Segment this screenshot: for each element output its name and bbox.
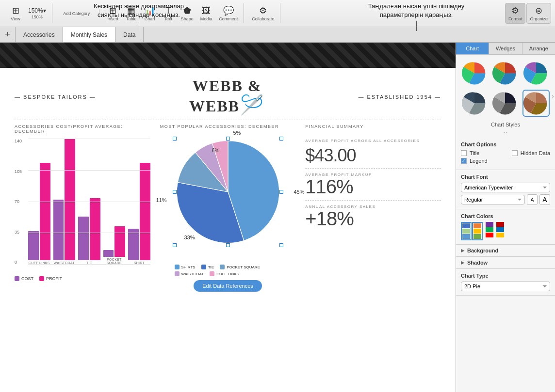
cost-bar [128, 229, 139, 260]
chart-options-section: Chart Options Title Hidden Data ✓ Legend [456, 138, 555, 170]
legend-tie-dot [201, 265, 206, 269]
panel-scroll-arrow[interactable]: › [552, 92, 554, 101]
pie-handle-bl[interactable] [173, 243, 177, 247]
legend-cost-dot [15, 276, 19, 281]
panel-tab-wedges[interactable]: Wedges [489, 43, 522, 54]
profit-bar [114, 226, 125, 257]
bar-group: SHIRT [128, 139, 150, 265]
section-header-3: FINANCIAL SUMMARY [305, 124, 441, 134]
font-family-select[interactable]: American Typewriter [461, 183, 550, 192]
toolbar-group-insert: ⊞ Insert ▦ Table 📊 Chart T Text ⬟ Shape … [101, 3, 245, 23]
legend-option-label: Legend [470, 158, 488, 164]
view-label: View [11, 16, 20, 21]
chart-legend: COST PROFIT [15, 276, 150, 281]
chart-font-section: Chart Font American Typewriter Regular A… [456, 170, 555, 209]
font-increase-button[interactable]: A [539, 194, 550, 205]
profit-bar [90, 198, 100, 260]
swatch-group[interactable] [496, 222, 504, 240]
fin-value-3: +18% [305, 209, 441, 228]
legend-cufflinks-dot [210, 271, 214, 276]
legend-cufflinks-label: CUFF LINKS [216, 272, 239, 276]
pie-wrapper: 45% 33% 11% 6% 5% [175, 139, 281, 245]
chart-label: Chart [145, 16, 155, 21]
tab-add-button[interactable]: + [0, 27, 16, 42]
pie-label-6: 6% [212, 147, 220, 153]
background-label: Background [467, 248, 498, 253]
chart-button[interactable]: 📊 Chart [141, 3, 159, 23]
pie-chart-container[interactable]: 45% 33% 11% 6% 5% SHIRTS [160, 139, 296, 294]
pie-handle-br[interactable] [279, 243, 283, 247]
pie-handle-mr[interactable] [279, 190, 283, 194]
insert-icon: ⊞ [109, 5, 116, 16]
color-swatch [462, 229, 470, 234]
comment-button[interactable]: 💬 Comment [216, 3, 241, 23]
fin-section-3: ANNUAL ACCESSORY SALES +18% [305, 200, 441, 228]
zoom-icon: 150%▾ [28, 7, 46, 14]
chart-style-thumb-5[interactable] [522, 90, 550, 117]
tab-data[interactable]: Data [115, 27, 144, 42]
insert-button[interactable]: ⊞ Insert [104, 3, 122, 23]
chart-type-select[interactable]: 2D Pie [461, 282, 550, 291]
swatch-group[interactable] [486, 222, 493, 240]
pie-handle-ml[interactable] [173, 190, 177, 194]
panel-tabs: Chart Wedges Arrange [456, 43, 555, 55]
bar-group: CUFF LINKS [28, 139, 50, 265]
chart-font-title: Chart Font [461, 174, 550, 180]
title-checkbox[interactable] [461, 150, 467, 156]
pie-handle-bm[interactable] [226, 243, 230, 247]
color-swatch [462, 223, 470, 228]
cost-bar [28, 231, 39, 260]
hidden-data-checkbox[interactable] [512, 150, 518, 156]
pie-label-5: 5% [233, 130, 241, 136]
zoom-button[interactable]: 150%▾ 150% [25, 5, 49, 21]
shadow-header[interactable]: ▶ Shadow [461, 260, 550, 266]
tab-monthly-sales[interactable]: Monthly Sales [63, 27, 115, 42]
media-button[interactable]: 🖼 Media [197, 4, 215, 23]
shadow-section: ▶ Shadow [456, 257, 555, 269]
header-right: — ESTABLISHED 1954 — [358, 94, 441, 100]
legend-shirts: SHIRTS [175, 265, 196, 269]
shape-button[interactable]: ⬟ Shape [178, 3, 196, 23]
font-style-row: Regular A A [461, 194, 550, 205]
shadow-label: Shadow [467, 260, 488, 266]
color-swatch [462, 234, 470, 239]
color-swatch [473, 223, 481, 228]
panel-tab-arrange[interactable]: Arrange [522, 43, 555, 54]
chart-style-thumb-1[interactable] [491, 60, 519, 87]
pie-handle-tl[interactable] [173, 137, 177, 141]
chart-colors-section: Chart Colors [456, 209, 555, 245]
font-style-select[interactable]: Regular [461, 195, 525, 204]
panel-tab-chart[interactable]: Chart [456, 43, 489, 54]
shadow-arrow: ▶ [461, 260, 464, 265]
collaborate-button[interactable]: ⚙ Collaborate [249, 3, 277, 23]
tab-accessories[interactable]: Accessories [16, 27, 63, 42]
hatch-border [0, 43, 456, 68]
chart-style-thumb-2[interactable] [522, 60, 550, 87]
format-button[interactable]: ⚙ Format [505, 3, 526, 24]
format-label: Format [508, 16, 522, 21]
chart-style-thumb-0[interactable] [461, 60, 488, 87]
view-button[interactable]: ⊞ View [7, 3, 24, 23]
background-header[interactable]: ▶ Background [461, 248, 550, 253]
doc-logo: WEBB & WEBB🪡 [189, 78, 265, 116]
media-icon: 🖼 [202, 6, 211, 16]
profit-bar [65, 139, 75, 260]
edit-data-button[interactable]: Edit Data References [194, 280, 262, 292]
pie-handle-tr[interactable] [279, 137, 283, 141]
font-decrease-button[interactable]: A [527, 194, 538, 205]
legend-shirts-label: SHIRTS [181, 265, 196, 269]
chart-style-thumb-3[interactable] [461, 90, 488, 117]
selected-swatch-group-2[interactable] [472, 222, 483, 240]
chart-icon: 📊 [145, 5, 155, 16]
add-category-button[interactable]: Add Category [57, 9, 96, 18]
pie-handle-tm[interactable] [226, 137, 230, 141]
selected-swatch-group[interactable] [461, 222, 472, 240]
legend-checkbox[interactable]: ✓ [461, 158, 467, 164]
pie-legend: SHIRTS TIE POCKET SQUARE [175, 265, 281, 276]
chart-styles-section: › Chart Styles • • [456, 55, 555, 138]
text-button[interactable]: T Text [160, 4, 177, 23]
chart-style-thumb-4[interactable] [491, 90, 519, 117]
organize-button[interactable]: ⊜ Organize [526, 3, 551, 24]
legend-shirts-dot [175, 265, 180, 269]
table-button[interactable]: ▦ Table [123, 3, 140, 23]
